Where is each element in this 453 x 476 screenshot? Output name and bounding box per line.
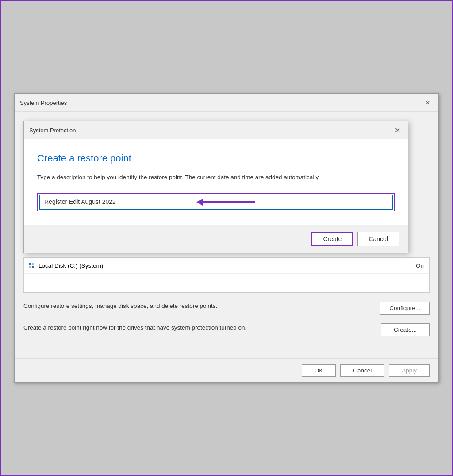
outer-content: System Protection ✕ Create a restore poi… <box>15 112 438 358</box>
disk-list: Local Disk (C:) (System) On <box>23 257 430 293</box>
disk-sq-2 <box>32 263 34 265</box>
inner-titlebar: System Protection ✕ <box>24 121 408 139</box>
configure-text: Configure restore settings, manage disk … <box>23 302 371 311</box>
create-now-button[interactable]: Create... <box>381 323 430 336</box>
outer-cancel-button[interactable]: Cancel <box>340 364 384 377</box>
description-text: Type a description to help you identify … <box>37 173 391 182</box>
create-section: Create a restore point right now for the… <box>23 323 430 336</box>
inner-dialog-body: Create a restore point Type a descriptio… <box>24 139 408 211</box>
outer-titlebar: System Properties ✕ <box>15 94 438 112</box>
disk-icon-grid <box>29 263 34 268</box>
inner-dialog-footer: Create Cancel <box>24 225 408 253</box>
inner-close-button[interactable]: ✕ <box>392 125 403 135</box>
inner-dialog-title: System Protection <box>29 127 76 134</box>
restore-point-input[interactable] <box>39 195 393 210</box>
disk-name: Local Disk (C:) (System) <box>38 262 411 269</box>
input-container <box>37 193 395 211</box>
disk-sq-1 <box>29 263 31 265</box>
configure-button[interactable]: Configure... <box>380 302 430 315</box>
disk-sq-4 <box>32 266 34 268</box>
input-row <box>37 193 395 211</box>
disk-icon <box>29 263 34 268</box>
outer-window-title: System Properties <box>20 100 67 106</box>
disk-sq-3 <box>29 266 31 268</box>
system-protection-dialog: System Protection ✕ Create a restore poi… <box>23 121 408 253</box>
create-button[interactable]: Create <box>311 232 353 246</box>
disk-status: On <box>416 262 424 269</box>
apply-button: Apply <box>389 364 430 377</box>
cancel-button[interactable]: Cancel <box>357 232 399 246</box>
restore-point-heading: Create a restore point <box>37 153 395 164</box>
configure-section: Configure restore settings, manage disk … <box>23 302 430 315</box>
outer-close-button[interactable]: ✕ <box>422 97 433 108</box>
create-section-text: Create a restore point right now for the… <box>23 323 372 332</box>
ok-button[interactable]: OK <box>302 364 336 377</box>
table-row: Local Disk (C:) (System) On <box>24 258 429 274</box>
outer-footer: OK Cancel Apply <box>15 358 438 382</box>
background-content: Local Disk (C:) (System) On Configure re… <box>23 253 430 349</box>
system-properties-window: System Properties ✕ System Protection ✕ … <box>14 93 439 382</box>
